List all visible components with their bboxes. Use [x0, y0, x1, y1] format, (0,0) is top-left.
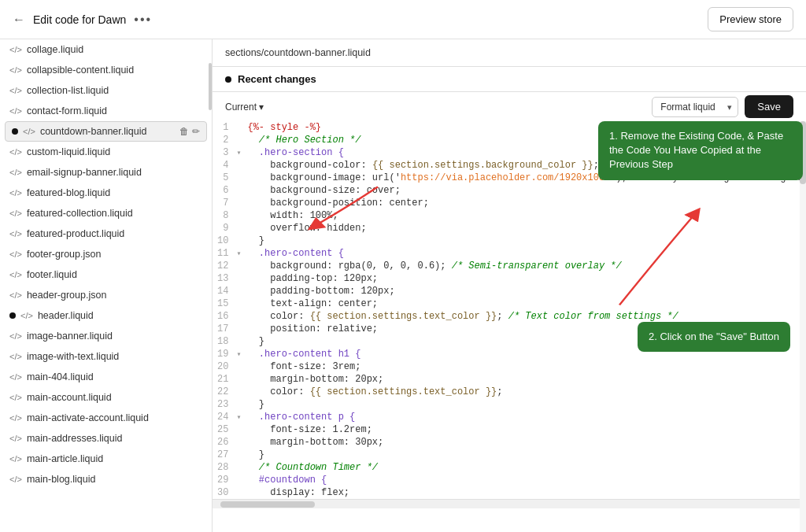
code-editor[interactable]: 1{%- style -%}2 /* Hero Section */3▾ .he… — [213, 121, 806, 532]
code-tag-icon: </> — [9, 372, 22, 382]
sidebar-item-main-addresses[interactable]: </>main-addresses.liquid — [0, 428, 212, 449]
sidebar-item-collection-list[interactable]: </>collection-list.liquid — [0, 80, 212, 101]
sidebar-bullet — [12, 128, 18, 135]
code-tag-icon: </> — [9, 270, 22, 279]
rename-icon[interactable]: ✏ — [192, 126, 200, 137]
line-number: 30 — [213, 486, 236, 499]
sidebar-item-featured-blog[interactable]: </>featured-blog.liquid — [0, 183, 212, 203]
line-number: 12 — [213, 260, 236, 272]
table-row: 30 display: flex; — [213, 486, 806, 499]
sidebar-item-label: contact-form.liquid — [27, 105, 202, 116]
line-number: 14 — [213, 285, 236, 297]
table-row: 11▾ .hero-content { — [213, 247, 806, 260]
sidebar-item-label: featured-blog.liquid — [27, 187, 202, 198]
line-collapse-arrow[interactable]: ▾ — [236, 247, 241, 260]
sidebar-item-footer-group[interactable]: </>footer-group.json — [0, 244, 212, 264]
current-dropdown[interactable]: Current ▾ — [225, 102, 264, 113]
back-icon[interactable]: ← — [13, 13, 25, 27]
line-code: color: {{ section.settings.text_color }}… — [241, 310, 806, 323]
sidebar-list: </>collage.liquid</>collapsible-content.… — [0, 39, 212, 490]
save-button[interactable]: Save — [745, 95, 793, 118]
code-tag-icon: </> — [9, 86, 22, 95]
sidebar-item-email-signup[interactable]: </>email-signup-banner.liquid — [0, 162, 212, 183]
sidebar-item-image-banner[interactable]: </>image-banner.liquid — [0, 326, 212, 346]
line-code: background-position: center; — [241, 197, 806, 209]
table-row: 15 text-align: center; — [213, 297, 806, 310]
sidebar-item-contact-form[interactable]: </>contact-form.liquid — [0, 101, 212, 121]
sidebar-scrollbar-thumb[interactable] — [209, 63, 212, 110]
table-row: 12 background: rgba(0, 0, 0, 0.6); /* Se… — [213, 260, 806, 272]
line-number: 24 — [213, 411, 236, 423]
sidebar-item-collapsible[interactable]: </>collapsible-content.liquid — [0, 60, 212, 80]
line-code: font-size: 3rem; — [241, 360, 806, 373]
line-code: text-align: center; — [241, 297, 806, 310]
sidebar-item-header-group[interactable]: </>header-group.json — [0, 285, 212, 305]
format-liquid-wrapper: Format liquid — [652, 97, 738, 117]
sidebar-item-label: email-signup-banner.liquid — [27, 167, 202, 178]
preview-store-button[interactable]: Preview store — [708, 7, 793, 31]
code-tag-icon: </> — [9, 45, 22, 54]
line-number: 9 — [213, 222, 236, 235]
line-code: .hero-content p { — [241, 411, 806, 423]
line-code: background: rgba(0, 0, 0, 0.6); /* Semi-… — [241, 260, 806, 272]
vertical-scrollbar[interactable] — [800, 121, 806, 532]
code-tag-icon: </> — [9, 106, 22, 116]
line-number: 8 — [213, 209, 236, 222]
sidebar-item-label: main-activate-account.liquid — [27, 412, 202, 423]
delete-icon[interactable]: 🗑 — [179, 126, 189, 137]
horizontal-scrollbar[interactable] — [213, 499, 806, 508]
code-tag-icon: </> — [9, 290, 22, 300]
line-collapse-arrow[interactable]: ▾ — [236, 146, 241, 159]
sidebar-item-main-account[interactable]: </>main-account.liquid — [0, 387, 212, 408]
sidebar-item-countdown-banner[interactable]: </>countdown-banner.liquid🗑✏ — [5, 121, 207, 142]
sidebar-item-label: collapsible-content.liquid — [27, 65, 202, 76]
tooltip-step2: 2. Click on the "Save" Button — [638, 322, 790, 352]
sidebar-item-featured-collection[interactable]: </>featured-collection.liquid — [0, 203, 212, 224]
line-number: 17 — [213, 323, 236, 335]
table-row: 6 background-size: cover; — [213, 184, 806, 197]
horizontal-scrollbar-thumb[interactable] — [220, 501, 315, 508]
sidebar-item-main-404[interactable]: </>main-404.liquid — [0, 367, 212, 387]
line-number: 5 — [213, 172, 236, 184]
code-tag-icon: </> — [9, 454, 22, 464]
format-liquid-select[interactable]: Format liquid — [652, 97, 738, 117]
sidebar-item-main-activate[interactable]: </>main-activate-account.liquid — [0, 408, 212, 428]
code-tag-icon: </> — [9, 249, 22, 259]
line-collapse-arrow[interactable]: ▾ — [236, 348, 241, 360]
sidebar-item-header[interactable]: </>header.liquid — [0, 305, 212, 326]
sidebar-item-main-article[interactable]: </>main-article.liquid — [0, 449, 212, 469]
sidebar-item-label: main-addresses.liquid — [27, 433, 202, 444]
line-code: } — [241, 449, 806, 461]
line-number: 2 — [213, 134, 236, 146]
sidebar-item-label: countdown-banner.liquid — [40, 126, 176, 137]
line-collapse-arrow[interactable]: ▾ — [236, 411, 241, 423]
line-number: 23 — [213, 398, 236, 411]
code-tag-icon: </> — [9, 434, 22, 443]
more-options-icon[interactable]: ••• — [134, 13, 152, 27]
sidebar-item-label: header-group.json — [27, 290, 202, 301]
sidebar-item-collage[interactable]: </>collage.liquid — [0, 39, 212, 60]
table-row: 13 padding-top: 120px; — [213, 272, 806, 285]
header: ← Edit code for Dawn ••• Preview store — [0, 0, 806, 39]
tooltip-step1: 1. Remove the Existing Code, & Paste the… — [598, 121, 803, 180]
sidebar-item-label: footer-group.json — [27, 249, 202, 260]
sidebar-item-footer[interactable]: </>footer.liquid — [0, 264, 212, 285]
sidebar-item-main-blog[interactable]: </>main-blog.liquid — [0, 469, 212, 490]
sidebar-item-featured-product[interactable]: </>featured-product.liquid — [0, 224, 212, 244]
sidebar-item-custom-liquid[interactable]: </>custom-liquid.liquid — [0, 142, 212, 162]
line-number: 19 — [213, 348, 236, 360]
changes-row: Current ▾ Format liquid Save — [213, 92, 806, 121]
sidebar-item-label: custom-liquid.liquid — [27, 146, 202, 157]
recent-changes-label: Recent changes — [238, 73, 316, 85]
line-number: 29 — [213, 474, 236, 486]
table-row: 24▾ .hero-content p { — [213, 411, 806, 423]
sidebar-item-label: main-404.liquid — [27, 371, 202, 382]
table-row: 7 background-position: center; — [213, 197, 806, 209]
sidebar-item-image-with-text[interactable]: </>image-with-text.liquid — [0, 346, 212, 367]
page-title: Edit code for Dawn — [33, 13, 126, 26]
sidebar-item-label: image-banner.liquid — [27, 331, 202, 342]
code-tag-icon: </> — [9, 65, 22, 75]
file-path: sections/countdown-banner.liquid — [225, 47, 371, 58]
line-code: padding-top: 120px; — [241, 272, 806, 285]
code-tag-icon: </> — [9, 229, 22, 238]
